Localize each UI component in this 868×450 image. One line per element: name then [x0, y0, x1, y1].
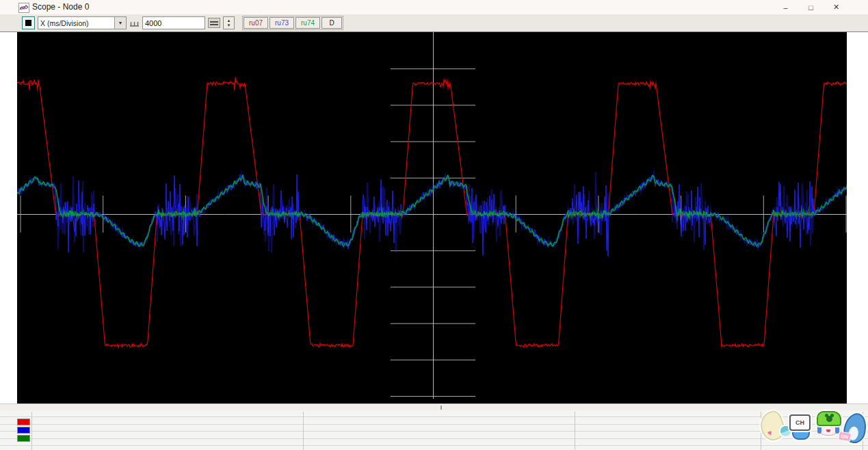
close-button[interactable]: ✕ — [824, 0, 849, 14]
table-column-divider — [31, 412, 32, 450]
scope-display[interactable] — [17, 32, 847, 403]
swatch-green — [17, 435, 30, 442]
plot-area — [0, 32, 868, 403]
table-column-divider — [303, 412, 304, 450]
keypad-icon[interactable] — [208, 18, 220, 28]
iron-heart-sticker: ♥ — [761, 412, 784, 440]
divisions-input[interactable] — [142, 16, 205, 29]
iron-shape: ♥ — [757, 408, 788, 443]
channel-table[interactable] — [0, 410, 868, 450]
keypad-line — [210, 24, 218, 25]
green-hat-sticker — [817, 411, 841, 436]
stop-button[interactable] — [22, 16, 35, 29]
channel-button-group: ru07 ru73 ru74 D — [242, 16, 343, 30]
on-tag: ON — [838, 431, 852, 442]
stop-icon — [25, 20, 31, 26]
chevron-down-icon[interactable]: ▼ — [114, 17, 126, 29]
green-hat — [817, 411, 841, 426]
channel-button-ru07[interactable]: ru07 — [244, 17, 268, 29]
heart-icon: ♥ — [766, 428, 773, 438]
keypad-line — [210, 21, 218, 23]
window-controls: – □ ✕ — [773, 0, 849, 14]
scale-ruler-icon — [129, 17, 140, 29]
swatch-blue — [17, 427, 30, 434]
channel-button-ru74[interactable]: ru74 — [295, 17, 320, 29]
shark-sticker: ON — [844, 413, 866, 443]
axis-mode-value: X (ms/Division) — [38, 19, 114, 27]
character-mouth — [826, 429, 830, 432]
value-spinner[interactable]: ▲ ▼ — [223, 16, 235, 29]
axis-mode-dropdown[interactable]: X (ms/Division) ▼ — [38, 16, 127, 29]
swatch-red — [17, 419, 30, 425]
scope-window: Scope - Node 0 – □ ✕ X (ms/Division) ▼ — [0, 0, 868, 450]
channel-button-ru73[interactable]: ru73 — [269, 17, 294, 29]
shark-shape: ON — [842, 412, 868, 445]
spin-down-icon[interactable]: ▼ — [227, 23, 231, 28]
app-icon — [18, 3, 29, 13]
mouse-logo-icon — [826, 416, 832, 422]
spin-up-icon[interactable]: ▲ — [227, 18, 231, 23]
table-column-divider — [575, 412, 575, 450]
minimize-button[interactable]: – — [773, 0, 798, 14]
slider-thumb[interactable] — [440, 406, 442, 410]
toolbar-controls: X (ms/Division) ▼ ▲ ▼ ru0 — [22, 16, 343, 29]
toolbar: X (ms/Division) ▼ ▲ ▼ ru0 — [0, 14, 868, 32]
channel-button-d[interactable]: D — [321, 17, 342, 29]
window-title: Scope - Node 0 — [32, 2, 89, 12]
ch-monitor-sticker: CH — [789, 414, 811, 440]
sticker-overlays: ♥ CH ON — [757, 406, 868, 450]
title-bar: Scope - Node 0 – □ ✕ — [0, 0, 868, 14]
monitor-icon: CH — [789, 414, 811, 431]
restore-button[interactable]: □ — [798, 0, 824, 14]
